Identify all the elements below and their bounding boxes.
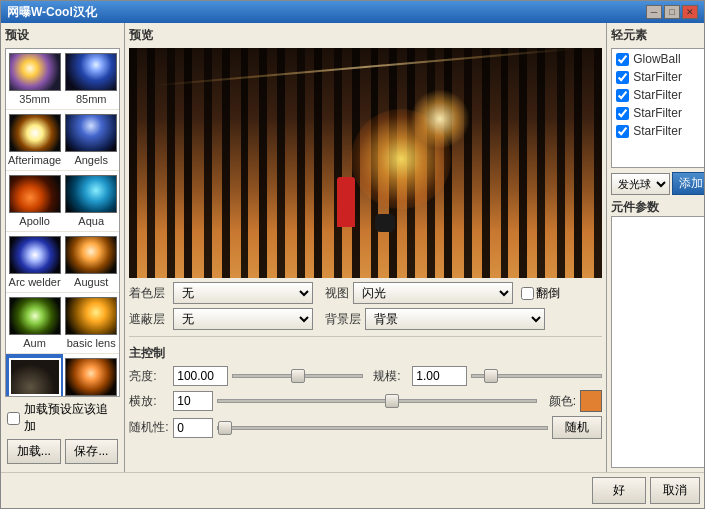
flip-row: 翻倒 xyxy=(521,285,560,302)
minimize-button[interactable]: ─ xyxy=(646,5,662,19)
element-item-glowball[interactable]: GlowBall xyxy=(614,51,704,67)
list-item[interactable]: Aum xyxy=(6,293,63,354)
preset-thumbnail xyxy=(9,236,61,274)
bg-layer-label: 背景层 xyxy=(325,311,361,328)
element-item-starfilter3[interactable]: StarFilter xyxy=(614,105,704,121)
glowball-label: GlowBall xyxy=(633,52,680,66)
preset-thumbnail xyxy=(9,175,61,213)
random-button[interactable]: 随机 xyxy=(552,416,602,439)
color-layer-label: 着色层 xyxy=(129,285,169,302)
random-row: 随机性: 随机 xyxy=(129,416,602,439)
x-offset-input[interactable] xyxy=(173,391,213,411)
list-item[interactable]: Arc welder xyxy=(6,232,63,293)
scale-slider-container xyxy=(471,374,602,378)
preset-thumbnail xyxy=(65,114,117,152)
brightness-slider-container xyxy=(232,374,363,378)
list-item[interactable]: Beacon xyxy=(63,354,119,397)
save-button[interactable]: 保存... xyxy=(65,439,119,464)
load-button[interactable]: 加载... xyxy=(7,439,61,464)
preset-label: basic lens xyxy=(67,337,116,349)
add-element-row: 发光球 添加元素 xyxy=(611,172,704,195)
close-button[interactable]: ✕ xyxy=(682,5,698,19)
random-label: 随机性: xyxy=(129,419,169,436)
list-item[interactable]: basic lens xyxy=(63,293,119,354)
flip-checkbox[interactable] xyxy=(521,287,534,300)
maximize-button[interactable]: □ xyxy=(664,5,680,19)
left-panel-bottom: 加载预设应该追加 加载... 保存... xyxy=(5,397,120,468)
main-ctrl-title: 主控制 xyxy=(129,345,602,362)
append-checkbox-row: 加载预设应该追加 xyxy=(7,401,118,435)
list-item[interactable]: August xyxy=(63,232,119,293)
preset-label: Arc welder xyxy=(9,276,61,288)
random-input[interactable] xyxy=(173,418,213,438)
presets-grid-container[interactable]: 35mm 85mm Afterimage Angel xyxy=(5,48,120,397)
brightness-input[interactable] xyxy=(173,366,228,386)
element-params-title: 元件参数 xyxy=(611,199,704,216)
mask-layer-dropdown[interactable]: 无 xyxy=(173,308,313,330)
add-element-button[interactable]: 添加元素 xyxy=(672,172,704,195)
list-item[interactable]: Apollo xyxy=(6,171,63,232)
title-bar-buttons: ─ □ ✕ xyxy=(646,5,698,19)
preset-thumbnail xyxy=(65,236,117,274)
footer-row: 好 取消 xyxy=(1,472,704,508)
preview-title: 预览 xyxy=(129,27,602,44)
starfilter4-checkbox[interactable] xyxy=(616,125,629,138)
random-slider[interactable] xyxy=(217,426,548,430)
flip-label: 翻倒 xyxy=(536,285,560,302)
presets-grid: 35mm 85mm Afterimage Angel xyxy=(6,49,119,397)
x-offset-label: 横放: xyxy=(129,393,169,410)
elements-list: GlowBall StarFilter StarFilter StarFilte… xyxy=(611,48,704,168)
list-item[interactable]: basicspotlight xyxy=(6,354,63,397)
scale-input[interactable] xyxy=(412,366,467,386)
color-swatch[interactable] xyxy=(580,390,602,412)
glowball-checkbox[interactable] xyxy=(616,53,629,66)
starfilter1-checkbox[interactable] xyxy=(616,71,629,84)
load-save-buttons: 加载... 保存... xyxy=(7,439,118,464)
scale-slider[interactable] xyxy=(471,374,602,378)
bg-layer-dropdown[interactable]: 背景 xyxy=(365,308,545,330)
preset-label: Aum xyxy=(23,337,46,349)
lens-flare-main xyxy=(410,89,470,149)
starfilter2-checkbox[interactable] xyxy=(616,89,629,102)
element-item-starfilter2[interactable]: StarFilter xyxy=(614,87,704,103)
center-panel: 预览 着色层 无 视图 xyxy=(125,23,606,472)
brightness-row: 亮度: 规模: xyxy=(129,366,602,386)
list-item[interactable]: Aqua xyxy=(63,171,119,232)
preset-label: Aqua xyxy=(78,215,104,227)
element-item-starfilter4[interactable]: StarFilter xyxy=(614,123,704,139)
presets-title: 预设 xyxy=(5,27,120,44)
color-layer-dropdown[interactable]: 无 xyxy=(173,282,313,304)
starfilter3-checkbox[interactable] xyxy=(616,107,629,120)
preset-thumbnail xyxy=(65,358,117,396)
x-offset-slider-container xyxy=(217,399,537,403)
add-element-dropdown[interactable]: 发光球 xyxy=(611,173,670,195)
cancel-button[interactable]: 取消 xyxy=(650,477,700,504)
preset-label: Afterimage xyxy=(8,154,61,166)
starfilter2-label: StarFilter xyxy=(633,88,682,102)
append-label: 加载预设应该追加 xyxy=(24,401,118,435)
list-item[interactable]: Afterimage xyxy=(6,110,63,171)
color-label: 颜色: xyxy=(549,393,576,410)
append-checkbox[interactable] xyxy=(7,412,20,425)
element-item-starfilter1[interactable]: StarFilter xyxy=(614,69,704,85)
main-window: 网曝W-Cool汉化 ─ □ ✕ 预设 35mm 85m xyxy=(0,0,705,509)
list-item[interactable]: Angels xyxy=(63,110,119,171)
preset-thumbnail xyxy=(65,175,117,213)
preset-label: Angels xyxy=(74,154,108,166)
spotlight-overlay xyxy=(11,360,59,394)
main-content: 预设 35mm 85mm Afterima xyxy=(1,23,704,472)
preset-label: Apollo xyxy=(19,215,50,227)
element-params-box xyxy=(611,216,704,468)
view-label: 视图 xyxy=(325,285,349,302)
random-slider-container xyxy=(217,426,548,430)
left-panel: 预设 35mm 85mm Afterima xyxy=(1,23,125,472)
preset-label: 85mm xyxy=(76,93,107,105)
brightness-slider[interactable] xyxy=(232,374,363,378)
mask-layer-label: 遮蔽层 xyxy=(129,311,169,328)
person-figure xyxy=(337,177,355,227)
ok-button[interactable]: 好 xyxy=(592,477,646,504)
view-dropdown[interactable]: 闪光 xyxy=(353,282,513,304)
x-offset-slider[interactable] xyxy=(217,399,537,403)
list-item[interactable]: 85mm xyxy=(63,49,119,110)
list-item[interactable]: 35mm xyxy=(6,49,63,110)
